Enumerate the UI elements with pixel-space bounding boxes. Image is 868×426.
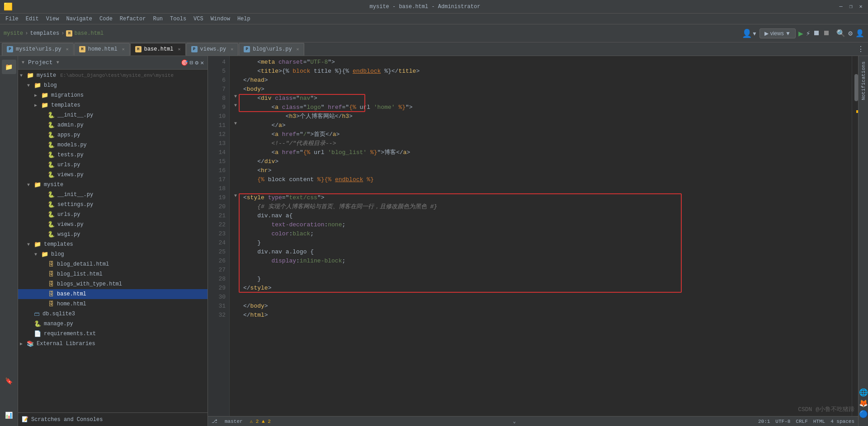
tree-item-db-sqlite3[interactable]: ▶ 🗃 db.sqlite3 [18, 309, 208, 319]
tree-item-mysite-folder[interactable]: ▼ 📁 mysite [18, 180, 208, 190]
structure-icon[interactable]: 📊 [2, 408, 16, 422]
tab-close-viewspy[interactable]: ✕ [231, 47, 233, 52]
menu-refactor[interactable]: Refactor [116, 14, 150, 24]
tree-item-home-html[interactable]: ▶ 🗄 home.html [18, 299, 208, 309]
tree-item-mysite-views[interactable]: ▶ 🐍 views.py [18, 220, 208, 229]
project-dropdown-icon[interactable]: ▼ [57, 60, 59, 65]
tree-item-blog-models[interactable]: ▶ 🐍 models.py [18, 140, 208, 150]
tree-item-blog-tests[interactable]: ▶ 🐍 tests.py [18, 150, 208, 160]
code-editor[interactable]: 4 5 6 7 8 9 10 11 12 13 14 15 16 17 18 1… [208, 56, 858, 416]
tree-item-blog-list[interactable]: ▶ 🗄 blog_list.html [18, 269, 208, 279]
fold-arrow-line19[interactable]: ▼ [234, 193, 237, 198]
tab-viewspy[interactable]: P views.py ✕ [186, 43, 239, 56]
tree-item-mysite-settings[interactable]: ▶ 🐍 settings.py [18, 200, 208, 210]
tree-item-blog-init[interactable]: ▶ 🐍 __init__.py [18, 110, 208, 120]
tree-label-blog-list: blog_list.html [57, 271, 103, 277]
menu-edit[interactable]: Edit [22, 14, 42, 24]
maximize-button[interactable]: ❐ [847, 3, 854, 10]
tree-item-migrations[interactable]: ▶ 📁 migrations [18, 90, 208, 100]
run-green-icon[interactable]: ▶ [798, 28, 803, 38]
tree-item-blog-admin[interactable]: ▶ 🐍 admin.py [18, 120, 208, 130]
browser-icon-1[interactable]: 🌐 [859, 388, 868, 397]
scrollbar-thumb[interactable] [854, 74, 858, 101]
tab-more-button[interactable]: ⋮ [854, 45, 868, 54]
tab-basehtml[interactable]: H base.html ✕ [130, 43, 186, 56]
tree-item-templates[interactable]: ▼ 📁 templates [18, 239, 208, 249]
tree-item-blog-templates[interactable]: ▶ 📁 templates [18, 100, 208, 110]
collapse-all-icon[interactable]: ⊟ [190, 59, 193, 66]
menu-navigate[interactable]: Navigate [62, 14, 96, 24]
project-panel: ▼ Project ▼ 🎯 ⊟ ⚙ ✕ ▼ 📁 mysite E:\about_… [18, 56, 208, 426]
tab-blogurlspy[interactable]: P blog\urls.py ✕ [239, 43, 304, 56]
project-hide-icon[interactable]: ✕ [200, 59, 204, 66]
breadcrumb-file[interactable]: H base.html [66, 30, 104, 37]
browser-icon-2[interactable]: 🦊 [859, 399, 868, 408]
breadcrumb-templates[interactable]: templates [30, 30, 59, 37]
fold-arrow-line11[interactable]: ▼ [234, 121, 237, 126]
tree-item-mysite-init[interactable]: ▶ 🐍 __init__.py [18, 190, 208, 200]
py-icon-mysite-urls: 🐍 [47, 211, 55, 218]
menu-bar: File Edit View Navigate Code Refactor Ru… [0, 14, 868, 24]
code-line-22: text-decoration:none; [243, 220, 852, 229]
code-line-28: } [243, 275, 852, 284]
tree-label-mysite-urls: urls.py [57, 211, 80, 218]
views-button[interactable]: ▶ views ▼ [760, 28, 796, 38]
close-button[interactable]: ✕ [857, 3, 864, 10]
folder-templates-icon: 📁 [34, 241, 41, 248]
fold-arrow-line9[interactable]: ▼ [234, 103, 237, 108]
locate-file-icon[interactable]: 🎯 [181, 59, 188, 66]
tree-item-mysite-root[interactable]: ▼ 📁 mysite E:\about_Django\test\mysite_e… [18, 70, 208, 80]
search-icon[interactable]: 🔍 [836, 29, 845, 38]
window-title: mysite - base.html - Administrator [13, 4, 837, 10]
browser-icon-3[interactable]: 🔵 [859, 410, 868, 419]
tab-mysiteurlspy[interactable]: P mysite\urls.py ✕ [2, 43, 74, 56]
breadcrumb-root[interactable]: mysite [4, 30, 23, 37]
code-line-5: <title>{% block title %}{% endblock %}</… [243, 67, 852, 76]
tree-item-requirements-txt[interactable]: ▶ 📄 requirements.txt [18, 329, 208, 339]
menu-vcs[interactable]: VCS [190, 14, 207, 24]
tree-item-blog-urls[interactable]: ▶ 🐍 urls.py [18, 160, 208, 170]
settings-icon[interactable]: ⚙ [848, 29, 853, 38]
tree-item-mysite-urls[interactable]: ▶ 🐍 urls.py [18, 210, 208, 220]
project-panel-icon[interactable]: 📁 [2, 60, 16, 74]
scratches-and-consoles[interactable]: 📝 Scratches and Consoles [18, 412, 208, 426]
menu-window[interactable]: Window [207, 14, 234, 24]
tree-item-blog-views[interactable]: ▶ 🐍 views.py [18, 170, 208, 180]
tree-item-manage-py[interactable]: ▶ 🐍 manage.py [18, 319, 208, 329]
code-content[interactable]: <meta charset="UTF-8"> <title>{% block t… [238, 56, 852, 416]
code-line-21: div.nav a{ [243, 211, 852, 220]
tree-item-blog-detail[interactable]: ▶ 🗄 blog_detail.html [18, 259, 208, 269]
menu-tools[interactable]: Tools [166, 14, 190, 24]
menu-view[interactable]: View [42, 14, 63, 24]
menu-run[interactable]: Run [149, 14, 166, 24]
tab-homehtml[interactable]: H home.html ✕ [74, 43, 130, 56]
project-settings-icon[interactable]: ⚙ [195, 59, 198, 66]
notification-label[interactable]: Notifications [859, 60, 868, 102]
minimize-button[interactable]: — [837, 3, 844, 10]
warning-count[interactable]: ⚠ 2 ▲ 2 [250, 418, 271, 424]
tab-close-blogurlspy[interactable]: ✕ [297, 47, 299, 52]
tree-label-mysite-wsgi: wsgi.py [57, 231, 80, 238]
fold-arrow-line8[interactable]: ▼ [234, 94, 237, 99]
run-icon2[interactable]: ⚡ [806, 29, 811, 38]
status-line-col: 20:1 [758, 419, 770, 424]
tree-item-external-libraries[interactable]: ▶ 📚 External Libraries [18, 339, 208, 349]
user-avatar-icon[interactable]: 👤 [855, 29, 864, 38]
tree-item-templates-blog[interactable]: ▼ 📁 blog [18, 249, 208, 259]
tab-close-basehtml[interactable]: ✕ [178, 47, 181, 52]
user-icon[interactable]: 👤▾ [742, 28, 757, 38]
menu-help[interactable]: Help [234, 14, 254, 24]
tree-item-blog[interactable]: ▼ 📁 blog [18, 80, 208, 90]
run-icon4[interactable]: ⏹ [823, 29, 830, 37]
bookmarks-icon[interactable]: 🔖 [2, 374, 16, 388]
tree-item-blog-apps[interactable]: ▶ 🐍 apps.py [18, 130, 208, 140]
tree-item-blogs-with-type[interactable]: ▶ 🗄 blogs_with_type.html [18, 279, 208, 289]
tab-close-mysiteurlspy[interactable]: ✕ [66, 47, 69, 52]
run-icon3[interactable]: ⏹ [813, 29, 820, 37]
tree-item-mysite-wsgi[interactable]: ▶ 🐍 wsgi.py [18, 229, 208, 239]
menu-file[interactable]: File [2, 14, 22, 24]
tree-item-base-html[interactable]: ▶ 🗄 base.html [18, 289, 208, 299]
folder-mysite-icon: 📁 [27, 72, 34, 79]
tab-close-homehtml[interactable]: ✕ [122, 47, 125, 52]
menu-code[interactable]: Code [96, 14, 116, 24]
